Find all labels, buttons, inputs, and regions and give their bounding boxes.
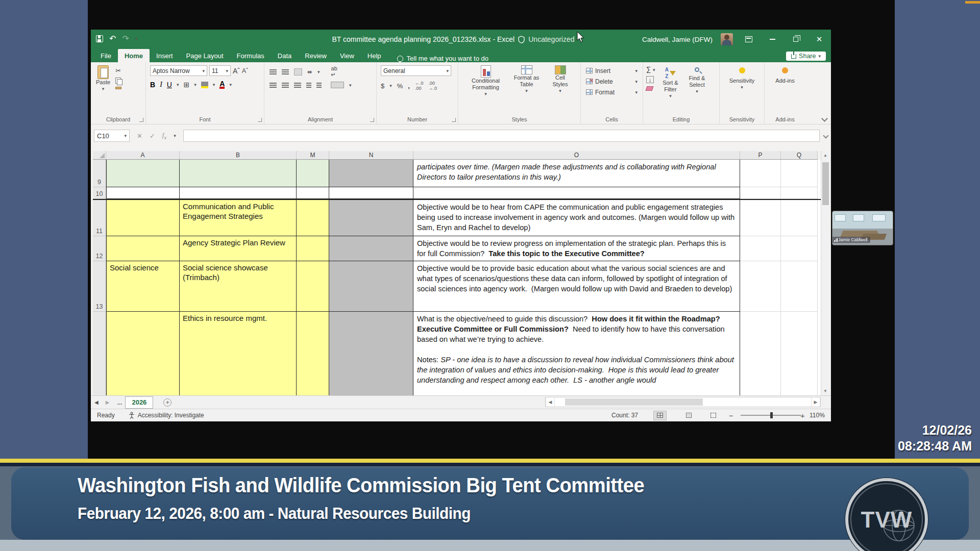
borders-icon[interactable]: ⊞ <box>183 81 189 89</box>
cell-p[interactable] <box>740 200 781 236</box>
cell-n[interactable] <box>329 200 413 236</box>
cell-o[interactable]: participates over time. (Margen made the… <box>413 160 740 187</box>
cancel-entry-icon[interactable]: ✕ <box>137 132 142 140</box>
ribbon-display-options-icon[interactable] <box>741 30 756 49</box>
font-name-select[interactable]: Aptos Narrow▾ <box>150 65 207 76</box>
column-header-a[interactable]: A <box>106 151 180 159</box>
format-cells-button[interactable]: Format▾ <box>586 87 643 97</box>
tab-file[interactable]: File <box>94 49 118 62</box>
formula-bar-input[interactable] <box>183 130 820 142</box>
confirm-entry-icon[interactable]: ✓ <box>150 132 155 140</box>
cell-a[interactable]: Social science <box>106 261 180 312</box>
hscroll-right-icon[interactable]: ▶ <box>811 397 820 407</box>
horizontal-scrollbar[interactable]: ◀ ▶ <box>545 397 821 407</box>
column-header-p[interactable]: P <box>740 151 781 159</box>
cell-q[interactable] <box>781 160 818 187</box>
zoom-in-icon[interactable]: + <box>800 411 805 420</box>
cell-b[interactable] <box>180 160 297 187</box>
minimize-icon[interactable] <box>765 30 780 49</box>
cell-p[interactable] <box>740 261 781 312</box>
increase-font-icon[interactable]: Aˆ <box>233 67 240 75</box>
redo-icon[interactable]: ↷ <box>122 33 129 44</box>
row-number[interactable] <box>93 312 106 395</box>
column-header-n[interactable]: N <box>329 151 413 159</box>
cell-m[interactable] <box>297 160 329 187</box>
account-avatar[interactable] <box>721 33 733 45</box>
save-icon[interactable] <box>96 35 103 42</box>
cell-n[interactable] <box>329 312 413 395</box>
italic-button[interactable]: I <box>160 81 162 89</box>
cell-o[interactable]: Objective would be to review progress on… <box>413 236 740 261</box>
cell-q[interactable] <box>781 261 818 312</box>
cell-styles-button[interactable]: Cell Styles▾ <box>549 65 572 124</box>
zoom-slider-thumb[interactable] <box>770 412 773 418</box>
row-number[interactable]: 10 <box>93 187 106 199</box>
tab-data[interactable]: Data <box>271 49 298 62</box>
cell-q[interactable] <box>781 187 818 199</box>
align-left-icon[interactable] <box>270 83 277 88</box>
normal-view-icon[interactable] <box>653 411 667 420</box>
font-color-icon[interactable]: A <box>219 81 225 89</box>
tab-help[interactable]: Help <box>361 49 388 62</box>
page-break-view-icon[interactable] <box>706 411 720 420</box>
format-as-table-button[interactable]: Format as Table▾ <box>511 65 542 124</box>
comma-icon[interactable]: , <box>408 82 410 90</box>
cell-a[interactable] <box>106 312 180 395</box>
decrease-decimal-icon[interactable]: .00→.0 <box>428 81 437 91</box>
vertical-scroll-thumb[interactable] <box>822 162 829 205</box>
sheet-nav-right-icon[interactable]: ▶ <box>102 399 113 405</box>
underline-button[interactable]: U <box>167 81 172 89</box>
cell-m[interactable] <box>297 312 329 395</box>
column-header-m[interactable]: M <box>297 151 329 159</box>
scroll-down-icon[interactable]: ▼ <box>821 387 829 395</box>
cell-m[interactable] <box>297 261 329 312</box>
conditional-formatting-button[interactable]: Conditional Formatting▾ <box>468 65 504 124</box>
cut-icon[interactable]: ✂ <box>115 67 121 74</box>
sheet-tab-2026[interactable]: 2026 <box>125 396 153 409</box>
column-header-q[interactable]: Q <box>781 151 818 159</box>
cell-a[interactable] <box>106 187 180 199</box>
zoom-out-icon[interactable]: − <box>729 411 733 420</box>
wrap-text-icon[interactable]: ab↵ <box>331 65 337 78</box>
align-top-icon[interactable] <box>270 69 277 74</box>
cell-n[interactable] <box>329 187 413 199</box>
cell-o[interactable]: Objective would be to hear from CAPE the… <box>413 200 740 236</box>
cell-n[interactable] <box>329 261 413 312</box>
cell-q[interactable] <box>781 200 818 236</box>
sensitivity-label-text[interactable]: Uncategorized <box>528 35 574 43</box>
select-all-corner[interactable] <box>93 151 106 159</box>
cell-b[interactable]: Social science showcase (Trimbach) <box>180 261 297 312</box>
collapse-ribbon-icon[interactable] <box>821 115 828 122</box>
cell-b[interactable]: Ethics in resource mgmt. <box>180 312 297 395</box>
account-name[interactable]: Caldwell, Jamie (DFW) <box>642 36 713 43</box>
align-right-icon[interactable] <box>294 83 301 88</box>
clipboard-dialog-launcher[interactable] <box>139 118 143 122</box>
delete-cells-button[interactable]: ✕Delete▾ <box>586 76 643 87</box>
name-box[interactable]: C10▾ <box>94 130 130 142</box>
insert-cells-button[interactable]: Insert▾ <box>586 65 643 76</box>
tell-me-box[interactable]: Tell me what you want to do <box>397 55 488 62</box>
tab-home[interactable]: Home <box>118 49 150 62</box>
column-header-o[interactable]: O <box>413 151 740 159</box>
status-accessibility[interactable]: Accessibility: Investigate <box>138 412 204 419</box>
cell-p[interactable] <box>740 187 781 199</box>
merge-center-icon[interactable] <box>331 82 344 88</box>
tab-insert[interactable]: Insert <box>150 49 180 62</box>
sheet-list-ellipsis[interactable]: ... <box>117 399 122 406</box>
increase-decimal-icon[interactable]: ←.0.00 <box>415 81 424 91</box>
column-header-b[interactable]: B <box>180 151 297 159</box>
cell-p[interactable] <box>740 312 781 395</box>
font-size-select[interactable]: 11▾ <box>209 65 231 76</box>
cell-b[interactable]: Communication and Public Engagement Stra… <box>180 200 297 236</box>
sensitivity-button[interactable]: Sensitivity▾ <box>729 65 755 124</box>
expand-formula-bar-icon[interactable] <box>823 133 828 138</box>
orientation-icon[interactable]: ⇺ <box>307 68 312 76</box>
cell-q[interactable] <box>781 312 818 395</box>
insert-function-icon[interactable]: fx <box>162 131 166 140</box>
tab-formulas[interactable]: Formulas <box>230 49 271 62</box>
fill-icon[interactable]: ↓ <box>646 76 654 83</box>
cell-m[interactable] <box>297 187 329 199</box>
tab-review[interactable]: Review <box>298 49 333 62</box>
qat-customize-icon[interactable]: ▾ <box>135 36 138 41</box>
vertical-scrollbar[interactable]: ▲ ▼ <box>821 151 829 395</box>
